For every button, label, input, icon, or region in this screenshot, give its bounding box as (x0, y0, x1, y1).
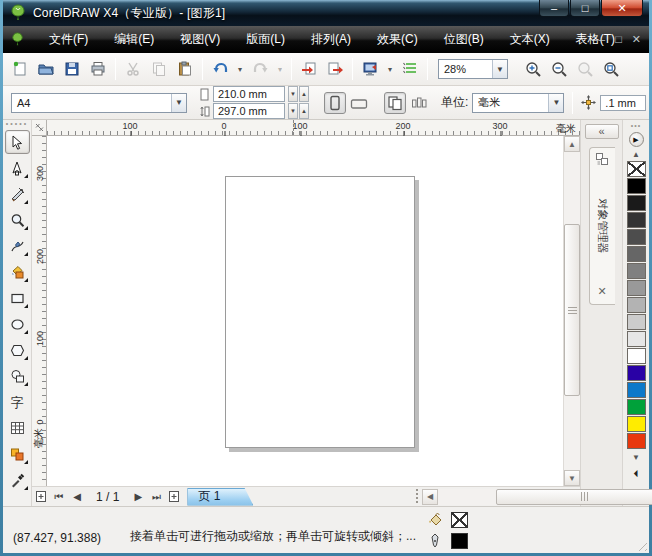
vertical-scrollbar[interactable]: ▲ ▼ (563, 136, 580, 486)
palette-expand-button[interactable]: ⏴ (634, 468, 639, 480)
tool-table[interactable] (5, 416, 30, 440)
all-pages-layout-button[interactable] (384, 92, 406, 114)
horizontal-scrollbar[interactable]: ◀ ▶ (422, 488, 580, 505)
previous-page-button[interactable]: ◀ (68, 488, 86, 506)
palette-scroll-down[interactable]: ▼ (632, 452, 640, 463)
color-swatch[interactable] (627, 195, 646, 211)
tool-rectangle[interactable] (5, 286, 30, 310)
menu-item[interactable]: 效果(C) (364, 26, 431, 53)
menu-item[interactable]: 版面(L) (233, 26, 298, 53)
print-button[interactable] (86, 57, 110, 81)
undo-dropdown-arrow[interactable]: ▾ (234, 57, 246, 81)
zoom-in-button[interactable] (521, 57, 545, 81)
drawing-canvas[interactable] (47, 136, 563, 486)
tool-zoom[interactable] (5, 208, 30, 232)
paper-height-field[interactable]: 297.0 mm (213, 103, 285, 119)
units-combobox[interactable]: 毫米 ▼ (472, 93, 564, 113)
horizontal-ruler[interactable]: 1000100200300毫米 (47, 120, 580, 136)
color-swatch[interactable] (627, 433, 646, 449)
horizontal-scroll-track[interactable] (438, 489, 564, 505)
menu-item[interactable]: 位图(B) (431, 26, 497, 53)
tool-pick[interactable] (5, 130, 30, 154)
save-button[interactable] (60, 57, 84, 81)
paper-size-dropdown-arrow[interactable]: ▼ (171, 94, 186, 112)
zoom-combobox-dropdown-arrow[interactable]: ▼ (492, 60, 507, 78)
palette-flyout-button[interactable]: ▶ (629, 132, 644, 147)
copy-button[interactable] (147, 57, 171, 81)
color-swatch[interactable] (627, 399, 646, 415)
outline-color-indicator[interactable] (451, 533, 468, 549)
zoom-out-button[interactable] (547, 57, 571, 81)
window-close-button[interactable]: ✕ (601, 0, 643, 17)
paper-size-combobox[interactable]: A4 ▼ (11, 93, 187, 113)
color-swatch[interactable] (627, 297, 646, 313)
color-swatch[interactable] (627, 348, 646, 364)
paper-width-spin-down[interactable]: ▼ (288, 86, 298, 102)
vertical-scroll-track[interactable] (564, 152, 580, 470)
zoom-to-selection-button[interactable] (573, 57, 597, 81)
tool-shape[interactable] (5, 156, 30, 180)
import-button[interactable] (297, 57, 321, 81)
color-swatch[interactable] (627, 280, 646, 296)
first-page-button[interactable]: ⏮ (50, 488, 68, 506)
menu-item[interactable]: 文件(F) (36, 26, 101, 53)
last-page-button[interactable]: ⏭ (147, 488, 165, 506)
paste-button[interactable] (173, 57, 197, 81)
tool-basic-shapes[interactable] (5, 364, 30, 388)
color-swatch[interactable] (627, 229, 646, 245)
application-launcher-dropdown[interactable]: ▾ (384, 57, 396, 81)
color-swatch[interactable] (627, 416, 646, 432)
application-launcher-button[interactable] (358, 57, 382, 81)
scroll-down-button[interactable]: ▼ (564, 470, 580, 486)
vertical-ruler[interactable]: 3002001000毫米 (32, 136, 47, 486)
docker-collapse-button[interactable]: « (585, 124, 619, 139)
color-swatch[interactable] (627, 365, 646, 381)
redo-button[interactable] (248, 57, 272, 81)
zoom-to-page-button[interactable] (599, 57, 623, 81)
color-swatch[interactable] (627, 178, 646, 194)
horizontal-scroll-thumb[interactable] (496, 489, 652, 505)
paper-height-spin-up[interactable]: ▲ (299, 103, 309, 119)
color-swatch[interactable] (627, 263, 646, 279)
toolbox-drag-handle[interactable]: ••••• (6, 120, 28, 129)
tool-eyedropper[interactable] (5, 468, 30, 492)
open-button[interactable] (34, 57, 58, 81)
palette-scroll-up[interactable]: ▲ (632, 149, 640, 160)
cut-button[interactable] (121, 57, 145, 81)
color-swatch[interactable] (627, 314, 646, 330)
zoom-level-combobox[interactable]: 28% ▼ (438, 59, 508, 79)
window-maximize-button[interactable]: □ (570, 0, 600, 17)
ruler-origin-button[interactable] (32, 120, 47, 136)
scroll-left-button[interactable]: ◀ (422, 489, 438, 505)
mdi-close-button[interactable]: ✕ (632, 33, 641, 46)
units-dropdown-arrow[interactable]: ▼ (548, 94, 563, 112)
tool-crop[interactable] (5, 182, 30, 206)
color-swatch[interactable] (627, 331, 646, 347)
vertical-scroll-thumb[interactable] (564, 224, 580, 396)
window-minimize-button[interactable]: – (539, 0, 569, 17)
mdi-minimize-button[interactable]: – (599, 33, 605, 46)
tool-blend[interactable] (5, 442, 30, 466)
docker-tab-object-manager[interactable]: 对象管理器 ✕ (589, 147, 615, 305)
new-document-button[interactable] (8, 57, 32, 81)
tool-freehand[interactable] (5, 234, 30, 258)
mdi-restore-button[interactable]: □ (615, 33, 622, 46)
fill-color-indicator-none[interactable] (451, 512, 468, 528)
welcome-screen-button[interactable] (398, 57, 422, 81)
portrait-orientation-button[interactable] (324, 92, 346, 114)
redo-dropdown-arrow[interactable]: ▾ (274, 57, 286, 81)
paper-width-spin-up[interactable]: ▲ (299, 86, 309, 102)
menu-item[interactable]: 编辑(E) (101, 26, 167, 53)
tool-ellipse[interactable] (5, 312, 30, 336)
scroll-up-button[interactable]: ▲ (564, 136, 580, 152)
current-page-layout-button[interactable] (408, 92, 430, 114)
color-swatch[interactable] (627, 212, 646, 228)
color-swatch[interactable] (627, 382, 646, 398)
paper-height-spin-down[interactable]: ▼ (288, 103, 298, 119)
export-button[interactable] (323, 57, 347, 81)
landscape-orientation-button[interactable] (348, 92, 370, 114)
navigator-splitter[interactable] (413, 489, 420, 505)
tool-smart-fill[interactable] (5, 260, 30, 284)
docker-close-icon[interactable]: ✕ (597, 285, 606, 298)
tool-text[interactable]: 字 (5, 390, 30, 414)
